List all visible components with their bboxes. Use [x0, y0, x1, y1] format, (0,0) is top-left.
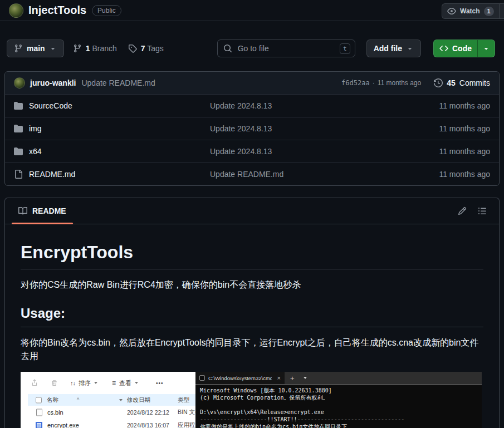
table-row[interactable]: img Update 2024.8.13 11 months ago	[5, 117, 499, 140]
add-file-button[interactable]: Add file	[366, 40, 421, 57]
git-branch-icon	[14, 44, 23, 53]
terminal-line	[200, 401, 482, 409]
repo-toolbar: main 1 Branch 7 Tags t Add file	[7, 40, 495, 57]
visibility-badge: Public	[92, 5, 121, 16]
branch-selector-button[interactable]: main	[7, 40, 64, 57]
terminal-line: Microsoft Windows [版本 10.0.22631.3880]	[200, 387, 482, 394]
go-to-file-search[interactable]: t	[217, 40, 355, 57]
file-table: SourceCode Update 2024.8.13 11 months ag…	[5, 94, 499, 185]
repo-title[interactable]: InjectTools	[28, 4, 86, 17]
terminal-line: D:\vs\encrypt\x64\Release>encrypt.exe	[200, 409, 482, 416]
code-button[interactable]: Code	[433, 40, 495, 57]
chevron-down-icon	[94, 382, 97, 384]
file-age: 11 months ago	[415, 170, 490, 179]
repo-header: InjectTools Public Watch 1	[0, 0, 504, 21]
file-name-link[interactable]: README.md	[29, 170, 75, 179]
commit-message[interactable]: Update README.md	[81, 78, 155, 87]
more-options-icon: •••	[156, 380, 164, 386]
table-row[interactable]: x64 Update 2024.8.13 11 months ago	[5, 140, 499, 163]
sort-ascending-indicator: ^	[77, 397, 79, 402]
file-commit-message-link[interactable]: Update 2024.8.13	[210, 124, 415, 133]
commit-count: 45	[447, 78, 456, 87]
commit-time: 11 months ago	[378, 79, 422, 87]
book-icon	[18, 206, 27, 215]
terminal-line: 你要做的是将上线的的bin命名为cs.bin文件放在同目录下	[200, 423, 482, 428]
column-date-modified: 修改日期	[127, 396, 150, 404]
branches-link[interactable]: 1 Branch	[73, 44, 117, 53]
view-list-icon: ≡	[112, 379, 116, 387]
git-branch-icon	[73, 44, 82, 53]
file-commit-message-link[interactable]: Update 2024.8.13	[210, 147, 415, 156]
triangle-down-icon	[49, 45, 57, 52]
readme-content: EncryptTools 对你的CS生成的Raw Bin进行RC4加密，确保你的…	[5, 224, 499, 428]
owner-avatar[interactable]	[9, 3, 23, 18]
terminal-line: --------------------!!START!!-----------…	[200, 416, 482, 423]
file-age: 11 months ago	[415, 101, 490, 110]
file-name-link[interactable]: SourceCode	[29, 101, 72, 110]
latest-commit-bar: juruo-wankli Update README.md f6d52aa · …	[5, 72, 499, 94]
document-file-icon	[36, 409, 42, 416]
console-icon	[199, 375, 205, 381]
tab-readme[interactable]: README	[9, 198, 75, 224]
chevron-down-icon	[135, 382, 138, 384]
commit-separator: ·	[373, 79, 375, 87]
table-row[interactable]: README.md Update README.md 11 months ago	[5, 163, 499, 185]
tag-word: Tags	[147, 44, 164, 53]
table-row[interactable]: SourceCode Update 2024.8.13 11 months ag…	[5, 94, 499, 117]
add-file-label: Add file	[374, 44, 402, 53]
file-commit-message-link[interactable]: Update 2024.8.13	[210, 101, 415, 110]
file-age: 11 months ago	[415, 124, 490, 133]
sort-menu-picture: ↑↓ 排序	[70, 379, 97, 387]
usage-screenshot-image: ↑↓ 排序 ≡ 查看 ••• 名称 ^ 修改日期	[21, 372, 482, 428]
code-dropdown-caret[interactable]	[477, 40, 495, 57]
new-tab-icon: +	[285, 372, 300, 384]
readme-title: EncryptTools	[21, 241, 483, 269]
watch-dropdown-caret[interactable]	[499, 4, 504, 18]
branch-count: 1	[86, 44, 90, 53]
column-dropdown-icon	[119, 399, 123, 401]
tags-link[interactable]: 7 Tags	[128, 44, 164, 53]
tag-icon	[128, 44, 137, 53]
readme-tab-label: README	[32, 206, 66, 215]
file-name-link[interactable]: x64	[29, 147, 42, 156]
close-icon: ×	[275, 375, 281, 381]
select-all-checkbox	[36, 397, 42, 403]
trash-icon	[51, 380, 58, 387]
search-icon	[223, 44, 232, 53]
tab-dropdown-icon	[300, 372, 310, 384]
commit-history-link[interactable]: 45 Commits	[434, 78, 490, 87]
commit-count-word: Commits	[459, 78, 490, 87]
pencil-icon[interactable]	[458, 206, 467, 215]
share-icon	[31, 379, 38, 387]
readme-panel: README EncryptTools 对你的CS生成的Raw Bin进行RC4…	[4, 198, 500, 428]
sort-label: 排序	[79, 379, 91, 387]
branch-word: Branch	[92, 44, 116, 53]
watch-label: Watch	[460, 7, 480, 15]
explorer-file-date: 2024/8/13 16:07	[127, 422, 169, 428]
readme-header: README	[5, 198, 499, 224]
triangle-down-icon	[406, 45, 414, 52]
file-name-link[interactable]: img	[29, 124, 42, 133]
commit-sha[interactable]: f6d52aa	[341, 79, 370, 87]
explorer-file-name: cs.bin	[47, 409, 63, 416]
code-label: Code	[452, 44, 472, 53]
view-menu-picture: ≡ 查看	[112, 379, 138, 387]
terminal-output-picture: Microsoft Windows [版本 10.0.22631.3880] (…	[195, 385, 482, 428]
sort-arrows-icon: ↑↓	[70, 380, 75, 386]
cmd-window-picture: C:\Windows\System32\cmd.e × + Microsoft …	[195, 372, 482, 428]
watch-button[interactable]: Watch 1	[442, 3, 504, 19]
folder-icon	[14, 101, 23, 110]
terminal-tab-title: C:\Windows\System32\cmd.e	[208, 375, 272, 381]
watch-count: 1	[484, 7, 494, 16]
file-table-panel: juruo-wankli Update README.md f6d52aa · …	[4, 71, 500, 186]
outline-icon[interactable]	[478, 206, 487, 215]
commit-author-avatar[interactable]	[14, 77, 25, 88]
readme-intro: 对你的CS生成的Raw Bin进行RC4加密，确保你的bin不会直接落地秒杀	[21, 278, 483, 292]
triangle-down-icon	[482, 45, 490, 52]
history-icon	[434, 78, 443, 87]
commit-author[interactable]: juruo-wankli	[30, 78, 76, 87]
shortcut-key-hint: t	[340, 43, 350, 54]
folder-icon	[14, 124, 23, 133]
file-commit-message-link[interactable]: Update README.md	[210, 170, 415, 179]
go-to-file-input[interactable]	[237, 43, 335, 53]
